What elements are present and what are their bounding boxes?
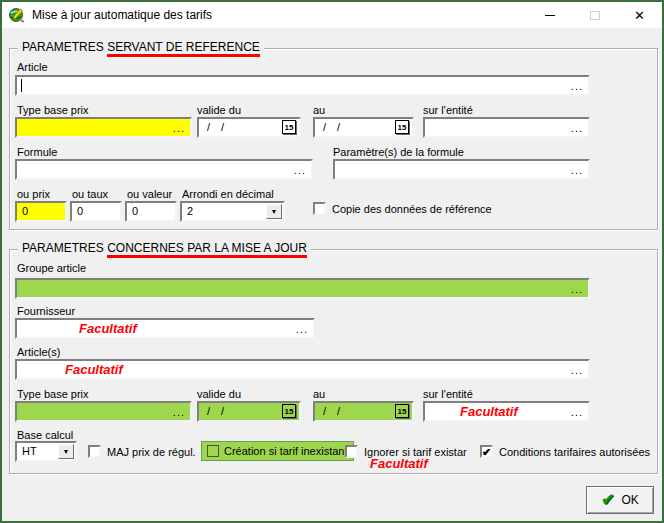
ok-button-label: OK (622, 493, 639, 507)
group1-legend-prefix: PARAMETRES (22, 40, 107, 54)
calendar-icon[interactable]: 15 (395, 404, 409, 418)
minimize-button[interactable] (527, 2, 572, 28)
base-calcul-value: HT (22, 445, 37, 457)
base-calcul-combobox[interactable]: HT ▼ (15, 441, 77, 462)
text-caret (21, 79, 22, 92)
formule-browse-icon[interactable]: ... (294, 165, 306, 176)
au-value: / / (323, 121, 344, 133)
valide-du2-field[interactable]: / / 15 (197, 401, 301, 422)
window-title: Mise à jour automatique des tarifs (32, 8, 212, 22)
fournisseur-field[interactable]: Facultatif ... (15, 318, 315, 339)
parametres-formule-browse-icon[interactable]: ... (571, 165, 583, 176)
ou-valeur-field[interactable]: 0 (125, 201, 177, 222)
conditions-checkbox-label: Conditions tarifaires autorisées (499, 446, 650, 458)
calendar-icon[interactable]: 15 (282, 120, 296, 134)
type-base-prix2-field[interactable]: ... (15, 401, 192, 422)
articles-field[interactable]: Facultatif ... (15, 359, 590, 380)
formule-field[interactable]: ... (15, 159, 313, 180)
sur-entite2-browse-icon[interactable]: ... (571, 407, 583, 418)
article-field[interactable]: ... (15, 75, 590, 96)
maj-regul-checkbox-row[interactable]: MAJ prix de régul. (88, 445, 196, 458)
title-bar: Mise à jour automatique des tarifs ✕ (2, 2, 662, 28)
conditions-checkbox-row[interactable]: ✔ Conditions tarifaires autorisées (480, 445, 650, 458)
au-field[interactable]: / / 15 (313, 117, 414, 138)
facultatif-note: Facultatif (370, 456, 428, 471)
conditions-checkbox[interactable]: ✔ (480, 445, 493, 458)
chevron-down-icon[interactable]: ▼ (58, 444, 74, 459)
ou-taux-value: 0 (77, 205, 83, 217)
fournisseur-label: Fournisseur (17, 305, 75, 317)
maj-regul-checkbox-label: MAJ prix de régul. (107, 446, 196, 458)
arrondi-combobox[interactable]: 2 ▼ (180, 201, 285, 222)
parametres-formule-label: Paramètre(s) de la formule (333, 146, 464, 158)
ou-valeur-value: 0 (132, 205, 138, 217)
type-base-prix-browse-icon[interactable]: ... (173, 123, 185, 134)
valide-du-value: / / (207, 121, 228, 133)
ou-prix-label: ou prix (17, 188, 50, 200)
calendar-icon[interactable]: 15 (395, 120, 409, 134)
chevron-down-icon[interactable]: ▼ (266, 204, 282, 219)
parametres-formule-field[interactable]: ... (333, 159, 590, 180)
group2-legend-underlined: CONCERNES PAR LA MISE A JOUR (107, 241, 307, 258)
maj-regul-checkbox[interactable] (88, 445, 101, 458)
creation-checkbox-row[interactable]: Création si tarif inexistant (201, 441, 354, 461)
au-label: au (313, 104, 325, 116)
copie-checkbox-label: Copie des données de référence (332, 203, 492, 215)
sur-entite-field[interactable]: ... (423, 117, 590, 138)
group1-legend-underlined: SERVANT DE REFERENCE (107, 40, 260, 57)
sur-entite2-label: sur l'entité (423, 388, 473, 400)
au2-value: / / (323, 405, 344, 417)
article-browse-icon[interactable]: ... (571, 81, 583, 92)
sur-entite-label: sur l'entité (423, 104, 473, 116)
sur-entite2-field[interactable]: Facultatif ... (423, 401, 590, 422)
groupe-article-field[interactable]: ... (15, 278, 590, 299)
ou-prix-field[interactable]: 0 (15, 201, 67, 222)
ou-valeur-label: ou valeur (127, 188, 172, 200)
type-base-prix2-label: Type base prix (17, 388, 89, 400)
valide-du2-value: / / (207, 405, 228, 417)
dialog-window: Mise à jour automatique des tarifs ✕ PAR… (0, 0, 664, 523)
maximize-icon (590, 11, 600, 20)
groupe-article-browse-icon[interactable]: ... (571, 284, 583, 295)
valide-du-field[interactable]: / / 15 (197, 117, 301, 138)
copie-checkbox[interactable] (313, 202, 326, 215)
creation-checkbox-label: Création si tarif inexistant (224, 445, 348, 457)
group2-legend-prefix: PARAMETRES (22, 241, 107, 255)
group2-legend: PARAMETRES CONCERNES PAR LA MISE A JOUR (18, 241, 311, 255)
window-controls: ✕ (527, 2, 662, 28)
valide-du-label: valide du (197, 104, 241, 116)
calendar-icon[interactable]: 15 (282, 404, 296, 418)
group-reference-params: PARAMETRES SERVANT DE REFERENCE Article … (9, 48, 658, 230)
arrondi-label: Arrondi en décimal (182, 188, 274, 200)
creation-checkbox[interactable] (207, 445, 219, 457)
groupe-article-label: Groupe article (17, 262, 86, 274)
articles-label: Article(s) (17, 346, 60, 358)
type-base-prix-field[interactable]: ... (15, 117, 192, 138)
group1-legend: PARAMETRES SERVANT DE REFERENCE (18, 40, 264, 54)
group-update-params: PARAMETRES CONCERNES PAR LA MISE A JOUR … (9, 249, 658, 474)
ok-button[interactable]: ✔ OK (586, 486, 654, 514)
close-button[interactable]: ✕ (617, 2, 662, 28)
maximize-button (572, 2, 617, 28)
minimize-icon (545, 15, 555, 16)
ignorer-checkbox[interactable] (345, 445, 358, 458)
formule-label: Formule (17, 146, 57, 158)
fournisseur-hint: Facultatif (79, 321, 137, 336)
ou-taux-field[interactable]: 0 (70, 201, 122, 222)
base-calcul-label: Base calcul (17, 429, 73, 441)
dialog-body: PARAMETRES SERVANT DE REFERENCE Article … (2, 28, 662, 521)
copie-checkbox-row[interactable]: Copie des données de référence (313, 202, 492, 215)
au2-field[interactable]: / / 15 (313, 401, 414, 422)
check-icon: ✔ (482, 447, 491, 457)
fournisseur-browse-icon[interactable]: ... (296, 324, 308, 335)
sur-entite-browse-icon[interactable]: ... (571, 123, 583, 134)
ou-prix-value: 0 (22, 205, 28, 217)
type-base-prix2-browse-icon[interactable]: ... (173, 407, 185, 418)
article-label: Article (17, 61, 48, 73)
close-icon: ✕ (634, 8, 645, 23)
sur-entite2-hint: Facultatif (460, 404, 518, 419)
check-icon: ✔ (601, 492, 614, 508)
type-base-prix-label: Type base prix (17, 104, 89, 116)
articles-browse-icon[interactable]: ... (571, 365, 583, 376)
au2-label: au (313, 388, 325, 400)
